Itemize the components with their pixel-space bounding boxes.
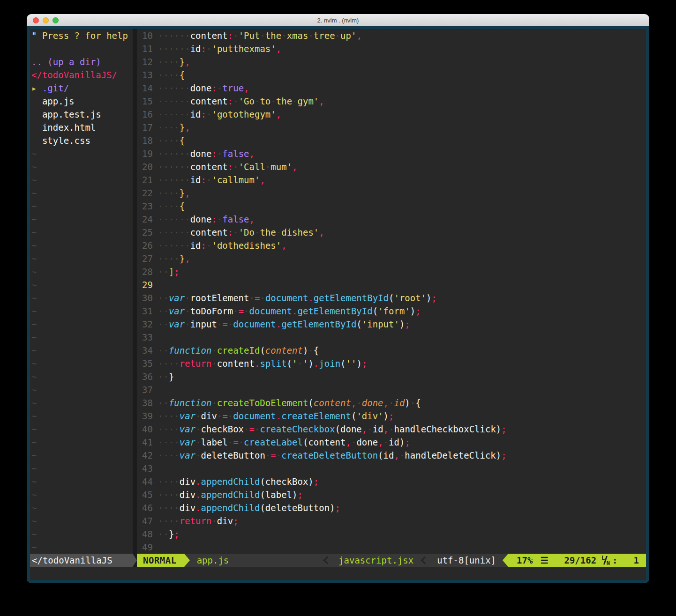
code-line[interactable]: 26······id:·'dothedishes', (137, 239, 646, 252)
tree-item[interactable]: app.test.js (31, 108, 133, 121)
code-line[interactable]: 43 (137, 462, 646, 475)
code-line[interactable]: 39····var·div·=·document.createElement('… (137, 409, 646, 423)
code-text: ····div.appendChild(label); (158, 488, 303, 501)
tree-item[interactable]: app.js (31, 95, 133, 108)
token: ] (169, 267, 174, 277)
zoom-button[interactable] (53, 17, 59, 23)
token: , (244, 83, 249, 93)
code-line[interactable]: 18····{ (137, 134, 646, 147)
token: var (169, 306, 185, 316)
code-line[interactable]: 46····div.appendChild(deleteButton); (137, 501, 646, 514)
token: { (180, 135, 185, 146)
code-line[interactable]: 41····var·label·=·createLabel(content,·d… (137, 436, 646, 449)
token: false (222, 148, 249, 159)
tree-item[interactable]: .. (up a dir) (31, 55, 133, 68)
token: , (319, 227, 324, 237)
token: } (180, 188, 185, 198)
token: id (373, 424, 383, 434)
code-line[interactable]: 42····var·deleteButton·=·createDeleteBut… (137, 449, 646, 462)
code-line[interactable]: 23····{ (137, 200, 646, 213)
code-line[interactable]: 48··}; (137, 527, 646, 541)
token: . (255, 358, 260, 369)
token: ( (260, 503, 265, 513)
code-buffer[interactable]: 10······content:·'Put·the·xmas·tree·up',… (137, 29, 646, 554)
colon-separator: : (612, 554, 617, 567)
chevron-left-icon (421, 557, 429, 564)
token: · (255, 424, 260, 434)
code-line[interactable]: 20······content:·'Call·mum', (137, 160, 646, 173)
token: done (362, 398, 383, 408)
code-line[interactable]: 13····{ (137, 68, 646, 82)
code-line[interactable]: 27····}, (137, 252, 646, 265)
token: · (233, 30, 238, 41)
token: mum' (270, 162, 292, 172)
code-line[interactable]: 12····}, (137, 55, 646, 68)
code-line[interactable]: 49 (137, 541, 646, 554)
code-line[interactable]: 11······id:·'putthexmas', (137, 42, 646, 55)
token: · (233, 162, 238, 172)
token: ···· (158, 411, 180, 421)
command-line[interactable] (30, 567, 646, 580)
code-line[interactable]: 35····return·content.split('·').join('')… (137, 357, 646, 370)
tree-item[interactable]: ▸ .git/ (31, 82, 133, 95)
token: · (260, 30, 265, 41)
code-line[interactable]: 45····div.appendChild(label); (137, 488, 646, 501)
token: to (260, 96, 270, 106)
code-line[interactable]: 25······content:·'Do·the·dishes', (137, 226, 646, 239)
code-line[interactable]: 16······id:·'gotothegym', (137, 108, 646, 121)
empty-buffer-tilde: ~ (31, 462, 133, 475)
code-line[interactable]: 34··function·createId(content)·{ (137, 344, 646, 357)
token: ·· (158, 398, 169, 408)
code-line[interactable]: 24······done:·false, (137, 213, 646, 226)
code-text: ····}, (158, 55, 190, 68)
token: , (185, 57, 190, 67)
code-line[interactable]: 15······content:·'Go·to·the·gym', (137, 95, 646, 108)
line-number: 25 (137, 226, 153, 239)
code-line[interactable]: 19······done:·false, (137, 147, 646, 160)
code-line[interactable]: 38··function·createToDoElement(content,·… (137, 396, 646, 409)
tree-item[interactable] (31, 42, 133, 55)
tree-item[interactable]: " Press ? for help (31, 29, 133, 42)
token: ; (335, 503, 340, 513)
code-line[interactable]: 21······id:·'callmum', (137, 173, 646, 186)
code-line[interactable]: 29 (137, 278, 646, 291)
token: , (319, 96, 324, 106)
vertical-split-divider[interactable] (133, 29, 137, 554)
token: 'putthexmas' (211, 44, 276, 54)
empty-buffer-tilde: ~ (31, 160, 133, 173)
token: 'div' (356, 411, 383, 421)
close-button[interactable] (33, 17, 39, 23)
code-line[interactable]: 22····}, (137, 186, 646, 200)
code-line[interactable]: 40····var·checkBox·=·createCheckbox(done… (137, 423, 646, 436)
token: = (249, 424, 255, 434)
code-line[interactable]: 37 (137, 383, 646, 396)
token: · (244, 306, 249, 316)
token: ) (330, 503, 335, 513)
tree-item[interactable]: style.css (31, 134, 133, 147)
line-number: 48 (137, 527, 153, 541)
token: ( (340, 358, 346, 369)
code-line[interactable]: 32··var·input·=·document.getElementById(… (137, 318, 646, 331)
token: content (190, 30, 228, 41)
code-line[interactable]: 36··} (137, 370, 646, 383)
token: · (389, 398, 394, 408)
code-line[interactable]: 14······done:·true, (137, 82, 646, 95)
tree-item[interactable]: index.html (31, 121, 133, 134)
code-line[interactable]: 44····div.appendChild(checkBox); (137, 475, 646, 488)
code-line[interactable]: 31··var·toDoForm·=·document.getElementBy… (137, 304, 646, 318)
empty-buffer-tilde: ~ (31, 488, 133, 501)
line-number: 17 (137, 121, 153, 134)
token: ( (335, 424, 340, 434)
tree-item[interactable]: </todoVanillaJS/ (31, 68, 133, 82)
code-line[interactable]: 10······content:·'Put·the·xmas·tree·up', (137, 29, 646, 42)
code-line[interactable]: 17····}, (137, 121, 646, 134)
code-line[interactable]: 47····return·div; (137, 514, 646, 527)
window-title: 2. nvim . (nvim) (27, 17, 649, 24)
code-line[interactable]: 33 (137, 331, 646, 344)
token: · (298, 358, 303, 369)
code-line[interactable]: 28··]; (137, 265, 646, 278)
terminal-content: " Press ? for help.. (up a dir)</todoVan… (27, 26, 649, 583)
token: ···· (158, 135, 180, 146)
code-line[interactable]: 30··var·rootElement·=·document.getElemen… (137, 291, 646, 304)
minimize-button[interactable] (43, 17, 49, 23)
